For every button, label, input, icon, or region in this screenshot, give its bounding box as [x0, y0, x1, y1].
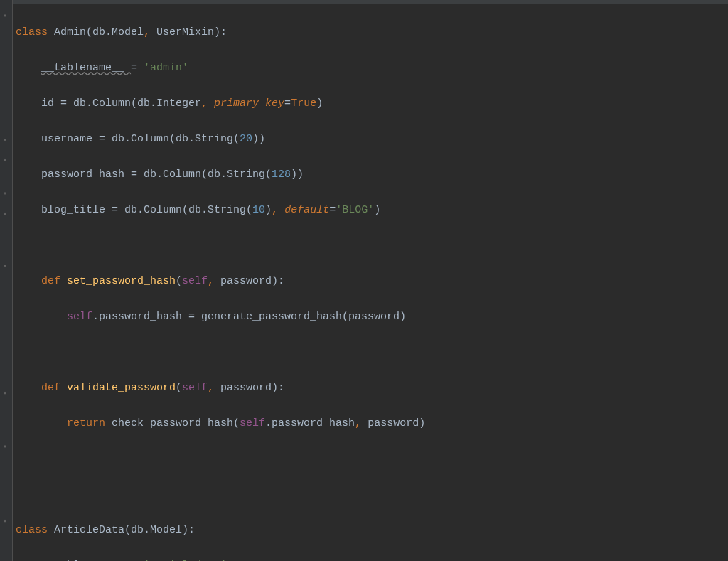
keyword: def [41, 382, 67, 394]
fold-icon[interactable]: ▴ [1, 151, 9, 158]
paren: )) [291, 169, 304, 181]
keyword: True [291, 97, 316, 109]
code-text: id = db.Column(db.Integer [41, 97, 201, 109]
paren: ( [176, 382, 182, 394]
code-text: (db.Model [86, 26, 144, 38]
fold-icon[interactable]: ▴ [1, 205, 9, 212]
code-line[interactable]: class Admin(db.Model, UserMixin): [13, 23, 728, 41]
code-text: check_password_hash( [112, 417, 240, 429]
paren: ) [374, 204, 380, 216]
code-line[interactable]: return check_password_hash(self.password… [13, 415, 728, 432]
eq: = [284, 97, 291, 109]
arg: password): [220, 382, 284, 394]
gutter: ▾ ▾ ▴ ▾ ▴ ▾ ▴ ▾ ▴ [0, 0, 13, 561]
tab-bar [13, 0, 728, 4]
code-line[interactable]: self.password_hash = generate_password_h… [13, 308, 728, 326]
eq: = [329, 204, 336, 216]
fold-icon[interactable]: ▴ [1, 384, 9, 391]
code-line[interactable]: username = db.Column(db.String(20)) [13, 130, 728, 148]
indent [16, 417, 67, 429]
comma: , [201, 97, 214, 109]
code-text: username = db.Column(db.String( [41, 133, 240, 145]
string: 'BLOG' [336, 204, 374, 216]
code-text: password) [368, 417, 425, 429]
fold-icon[interactable]: ▾ [1, 257, 9, 265]
function-name: set_password_hash [67, 275, 176, 287]
indent [16, 204, 41, 216]
attr: __tablename__ [41, 62, 131, 74]
code-editor[interactable]: class Admin(db.Model, UserMixin): __tabl… [13, 6, 728, 561]
comma: , [272, 204, 284, 216]
code-text: (db.Model): [124, 524, 195, 536]
code-line[interactable]: __tablename__ = 'admin' [13, 59, 728, 77]
comma: , [355, 417, 368, 429]
kwarg: primary_key [214, 97, 284, 109]
code-text: UserMixin): [156, 26, 227, 38]
fold-icon[interactable]: ▴ [1, 512, 9, 519]
code-text: .password_hash [265, 417, 355, 429]
indent [16, 133, 41, 145]
blank-line[interactable] [13, 486, 728, 503]
code-line[interactable]: blog_title = db.Column(db.String(10), de… [13, 201, 728, 219]
indent [16, 275, 41, 287]
string: 'admin' [144, 62, 188, 74]
code-line[interactable]: def validate_password(self, password): [13, 379, 728, 397]
fold-icon[interactable]: ▾ [1, 438, 9, 445]
indent [16, 97, 41, 109]
keyword: return [67, 417, 112, 429]
fold-icon[interactable]: ▾ [1, 185, 9, 192]
blank-line[interactable] [13, 343, 728, 361]
self: self [240, 417, 265, 429]
self: self [182, 382, 208, 394]
function-name: validate_password [67, 382, 176, 394]
code-text: blog_title = db.Column(db.String( [41, 204, 252, 216]
code-line[interactable]: password_hash = db.Column(db.String(128)… [13, 166, 728, 183]
code-text: password_hash = db.Column(db.String( [41, 169, 272, 181]
code-line[interactable]: class ArticleData(db.Model): [13, 521, 728, 539]
blank-line[interactable] [13, 237, 728, 255]
paren: ) [316, 97, 323, 109]
indent [16, 169, 41, 181]
kwarg: default [284, 204, 329, 216]
class-name: ArticleData [54, 524, 124, 536]
number: 10 [252, 204, 265, 216]
blank-line[interactable] [13, 450, 728, 468]
keyword: def [41, 275, 67, 287]
self: self [182, 275, 208, 287]
fold-icon[interactable]: ▾ [1, 7, 9, 14]
arg: password): [220, 275, 284, 287]
eq: = [131, 62, 144, 74]
keyword: class [16, 524, 54, 536]
number: 128 [272, 169, 291, 181]
keyword: class [16, 26, 54, 38]
comma: , [208, 275, 220, 287]
code-line[interactable]: def set_password_hash(self, password): [13, 272, 728, 290]
number: 20 [240, 133, 252, 145]
fold-icon[interactable]: ▾ [1, 132, 9, 139]
indent [16, 382, 41, 394]
comma: , [208, 382, 220, 394]
paren: ) [265, 204, 272, 216]
paren: )) [252, 133, 265, 145]
indent [16, 62, 41, 74]
code-text: .password_hash = generate_password_hash(… [92, 311, 406, 323]
paren: ( [176, 275, 182, 287]
class-name: Admin [54, 26, 86, 38]
code-line[interactable]: id = db.Column(db.Integer, primary_key=T… [13, 95, 728, 112]
indent [16, 311, 67, 323]
self: self [67, 311, 92, 323]
code-line[interactable]: __tablename__ = 'articledate' [13, 557, 728, 561]
comma: , [144, 26, 156, 38]
